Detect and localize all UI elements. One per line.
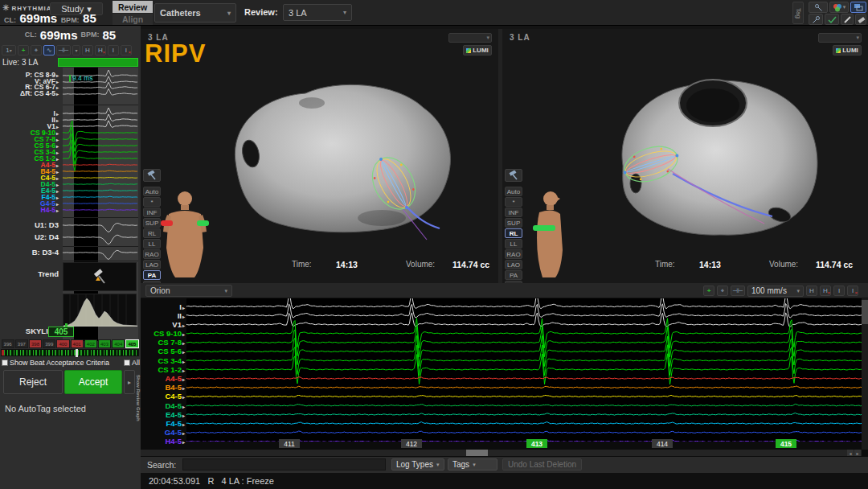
skyline-thumbnail[interactable]: [63, 294, 137, 326]
beat-block[interactable]: 402: [84, 339, 97, 348]
align-button[interactable]: Align: [113, 14, 153, 25]
trend-label[interactable]: Trend: [0, 269, 61, 278]
beat-position-marker[interactable]: [76, 349, 78, 357]
log-entry[interactable]: 20:04:53.091 R 4 LA : Freeze: [149, 476, 274, 486]
view-button[interactable]: SUP: [143, 218, 161, 228]
waveform-tool-button[interactable]: ∿: [43, 45, 55, 55]
view-button[interactable]: RAO: [505, 249, 522, 259]
bipolar-channel-label[interactable]: B: D3-4: [0, 248, 61, 257]
view-button[interactable]: LAO: [505, 260, 522, 269]
beat-block[interactable]: 403: [98, 339, 111, 348]
caliper-button[interactable]: ⊣⊢: [56, 45, 71, 55]
view-button[interactable]: Auto: [505, 187, 522, 196]
delete-horizontal-caliper-button[interactable]: H×: [95, 45, 106, 55]
scrollbar-thumb[interactable]: [862, 300, 868, 324]
draw-line-button[interactable]: [841, 14, 854, 25]
view-button[interactable]: RL: [143, 228, 161, 238]
channel-label[interactable]: H4-5: [141, 437, 185, 446]
review-mode-button[interactable]: Review: [113, 1, 153, 13]
lumipoint-button[interactable]: LUMI: [463, 45, 492, 55]
vertical-scrollbar[interactable]: [862, 298, 868, 450]
delete-vertical-caliper-button[interactable]: I×: [121, 45, 132, 55]
reject-button[interactable]: Reject: [3, 370, 63, 394]
tags-select[interactable]: Tags▾: [448, 458, 497, 471]
beat-block[interactable]: 398: [29, 339, 42, 348]
view-button[interactable]: LAO: [143, 260, 161, 269]
caliper-menu-button[interactable]: ▾: [72, 45, 80, 55]
beat-block[interactable]: 396: [2, 339, 14, 348]
view-button[interactable]: INF: [505, 208, 522, 217]
accept-button[interactable]: Accept: [64, 370, 122, 394]
pin-caliper-button[interactable]: ⌖: [31, 45, 42, 55]
delete-vertical-caliper-button[interactable]: I×: [847, 286, 858, 296]
show-beat-criteria-checkbox[interactable]: [2, 360, 8, 366]
beat-block[interactable]: 404: [112, 339, 125, 348]
view-button[interactable]: RAO: [143, 249, 161, 259]
vertical-caliper-button[interactable]: I: [833, 286, 845, 296]
beat-number-badge[interactable]: 411: [279, 439, 300, 448]
sculpt-tool-button[interactable]: [143, 169, 161, 182]
sweep-speed-select[interactable]: 100 mm/s▾: [747, 286, 804, 297]
measure-tool-button[interactable]: [825, 14, 839, 25]
scroll-left-icon[interactable]: ◂: [847, 450, 854, 456]
delete-horizontal-caliper-button[interactable]: H×: [820, 286, 831, 296]
review-waveforms[interactable]: [186, 298, 862, 442]
horizontal-scrollbar[interactable]: ◂▸: [141, 450, 862, 456]
search-input[interactable]: [182, 458, 386, 471]
scroll-right-icon[interactable]: ▸: [854, 450, 861, 456]
channel-label[interactable]: CS 5-6: [141, 347, 185, 355]
tag-button[interactable]: Tag: [792, 2, 804, 24]
map-preset-select[interactable]: ▾: [818, 33, 862, 43]
beat-block[interactable]: 397: [15, 339, 28, 348]
mapping-channel-label[interactable]: ΔR: CS 4-5: [0, 91, 61, 97]
map-preset-select[interactable]: ▾: [448, 33, 492, 43]
channel-label[interactable]: CS 9-10: [141, 329, 185, 338]
channel-label[interactable]: F4-5: [141, 419, 185, 428]
view-button[interactable]: PA: [143, 270, 161, 280]
unipolar-channel-label[interactable]: U2: D4: [0, 232, 61, 241]
channel-label[interactable]: G4-5: [141, 428, 185, 437]
signal-source-select[interactable]: Orion▾: [145, 285, 232, 297]
caliper-button[interactable]: ⊣⊢: [731, 286, 745, 296]
channel-label[interactable]: C4-5: [141, 392, 185, 401]
view-button[interactable]: LL: [505, 239, 522, 249]
strip-count-select[interactable]: 1▾: [2, 45, 16, 55]
all-checkbox[interactable]: [124, 360, 130, 366]
channel-label[interactable]: E4-5: [141, 410, 185, 419]
view-button[interactable]: RL: [505, 228, 522, 238]
channel-label[interactable]: I: [141, 302, 185, 311]
view-button[interactable]: SUP: [505, 218, 522, 228]
view-button[interactable]: LL: [143, 239, 161, 249]
scrollbar-thumb[interactable]: [466, 450, 488, 456]
undo-last-deletion-button[interactable]: Undo Last Deletion: [502, 458, 582, 471]
beat-tick-strip[interactable]: [1, 349, 139, 356]
channel-label[interactable]: D4-5: [141, 401, 185, 410]
probe-tool-button[interactable]: [809, 2, 828, 13]
display-layout-button[interactable]: [850, 2, 866, 13]
review-map-select[interactable]: 3 LA▾: [283, 4, 352, 21]
view-button[interactable]: INF: [143, 208, 161, 217]
channel-label[interactable]: CS 3-4: [141, 356, 185, 365]
unipolar-channel-label[interactable]: U1: D3: [0, 220, 61, 229]
beat-number-badge[interactable]: 412: [401, 439, 422, 448]
eraser-button[interactable]: [855, 14, 866, 25]
view-button[interactable]: PA: [505, 270, 522, 280]
add-tag-button[interactable]: +: [703, 286, 714, 296]
pin-caliper-button[interactable]: ⌖: [717, 286, 728, 296]
beat-block[interactable]: 400: [56, 339, 69, 348]
vertical-caliper-button[interactable]: I: [108, 45, 119, 55]
trend-thumbnail[interactable]: [63, 262, 137, 291]
beat-number-badge[interactable]: 415: [776, 439, 796, 448]
live-waveform-area[interactable]: 9.4 ms: [63, 68, 138, 341]
channel-label[interactable]: CS 1-2: [141, 365, 185, 374]
channel-label[interactable]: V1: [141, 320, 185, 329]
channel-label[interactable]: CS 7-8: [141, 338, 185, 347]
view-button[interactable]: *: [143, 197, 161, 207]
beat-number-badge[interactable]: 413: [526, 439, 547, 448]
add-tag-button[interactable]: +: [18, 45, 29, 55]
beat-block[interactable]: 401: [71, 339, 84, 348]
horizontal-caliper-button[interactable]: H: [806, 286, 817, 296]
catheters-menu[interactable]: Catheters▾: [154, 3, 236, 23]
log-types-select[interactable]: Log Types▾: [391, 458, 444, 471]
view-button[interactable]: Auto: [143, 187, 161, 196]
